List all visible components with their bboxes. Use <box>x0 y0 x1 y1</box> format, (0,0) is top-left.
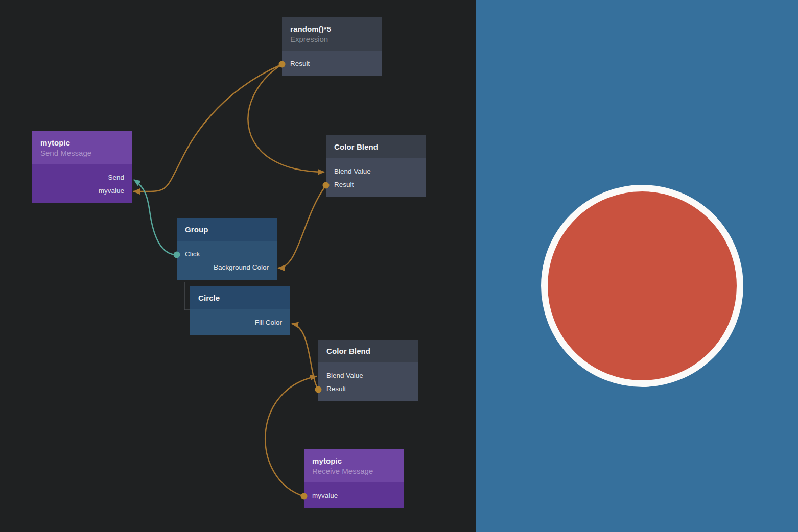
node-body: Result <box>282 51 382 76</box>
wire-result-to-myvalue[interactable] <box>133 64 282 191</box>
port-blend-value[interactable]: Blend Value <box>326 164 426 178</box>
preview-panel <box>476 0 798 532</box>
node-circle[interactable]: Circle Fill Color <box>190 286 290 335</box>
port-label: myvalue <box>312 492 338 499</box>
port-click[interactable]: Click <box>177 247 277 260</box>
port-label: Result <box>326 385 346 393</box>
node-subtitle: Send Message <box>40 148 124 158</box>
rendered-circle <box>541 185 743 387</box>
node-header[interactable]: mytopic Send Message <box>32 131 132 164</box>
node-header[interactable]: Color Blend <box>318 340 418 362</box>
wire-result-to-background-color[interactable] <box>278 185 326 268</box>
node-body: Send myvalue <box>32 164 132 203</box>
node-body: Fill Color <box>190 309 290 335</box>
port-myvalue[interactable]: myvalue <box>304 489 404 502</box>
node-header[interactable]: Group <box>177 218 277 241</box>
node-send-message[interactable]: mytopic Send Message Send myvalue <box>32 131 132 203</box>
node-group[interactable]: Group Click Background Color <box>177 218 277 280</box>
port-background-color[interactable]: Background Color <box>177 260 277 274</box>
node-color-blend-1[interactable]: Color Blend Blend Value Result <box>326 135 426 197</box>
port-myvalue[interactable]: myvalue <box>32 184 132 197</box>
port-result[interactable]: Result <box>282 57 382 70</box>
node-header[interactable]: Color Blend <box>326 135 426 158</box>
hierarchy-line-group-circle <box>184 282 190 310</box>
node-color-blend-2[interactable]: Color Blend Blend Value Result <box>318 340 418 401</box>
port-label: Background Color <box>214 263 269 271</box>
port-label: Blend Value <box>334 167 371 175</box>
port-label: Blend Value <box>326 372 363 379</box>
port-label: Result <box>290 60 310 67</box>
node-body: Click Background Color <box>177 241 277 280</box>
node-editor-canvas[interactable]: random()*5 Expression Result mytopic Sen… <box>0 0 476 532</box>
port-label: Send <box>108 174 124 181</box>
node-title: random()*5 <box>290 23 374 34</box>
node-body: Blend Value Result <box>326 158 426 197</box>
port-result[interactable]: Result <box>318 382 418 395</box>
port-label: Fill Color <box>255 319 282 326</box>
node-receive-message[interactable]: mytopic Receive Message myvalue <box>304 449 404 508</box>
node-body: myvalue <box>304 482 404 508</box>
wire-result-to-blend-value-1[interactable] <box>248 64 324 172</box>
node-title: Color Blend <box>326 346 410 356</box>
port-label: myvalue <box>99 187 124 195</box>
node-title: Circle <box>198 293 282 303</box>
port-send[interactable]: Send <box>32 171 132 184</box>
port-label: Result <box>334 181 354 188</box>
node-expression[interactable]: random()*5 Expression Result <box>282 17 382 76</box>
node-title: Color Blend <box>334 141 418 152</box>
node-title: mytopic <box>312 455 396 466</box>
port-blend-value[interactable]: Blend Value <box>318 369 418 382</box>
port-fill-color[interactable]: Fill Color <box>190 316 290 329</box>
app-window: random()*5 Expression Result mytopic Sen… <box>0 0 798 532</box>
node-subtitle: Receive Message <box>312 466 396 476</box>
wire-click-to-send[interactable] <box>134 180 177 255</box>
node-body: Blend Value Result <box>318 362 418 401</box>
port-result[interactable]: Result <box>326 178 426 191</box>
node-subtitle: Expression <box>290 34 374 44</box>
port-label: Click <box>185 250 200 258</box>
node-title: mytopic <box>40 137 124 148</box>
node-header[interactable]: mytopic Receive Message <box>304 449 404 482</box>
node-header[interactable]: Circle <box>190 286 290 309</box>
node-title: Group <box>185 224 269 235</box>
wire-result-to-fill-color[interactable] <box>292 324 318 390</box>
node-header[interactable]: random()*5 Expression <box>282 17 382 51</box>
